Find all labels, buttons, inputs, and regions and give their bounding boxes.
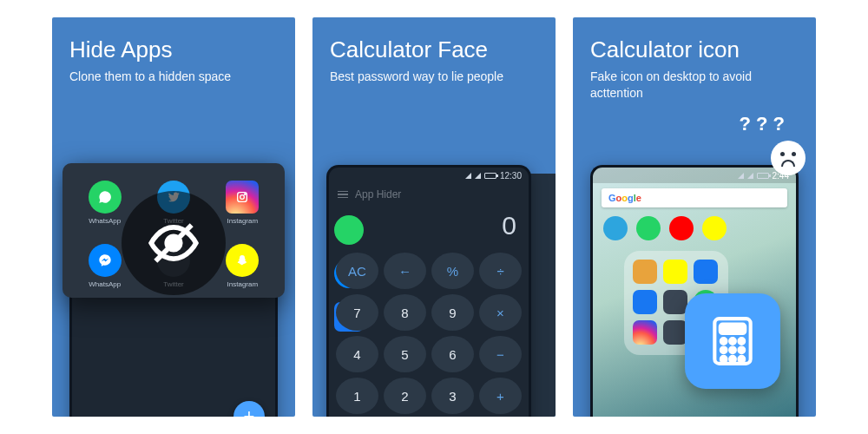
calc-keypad: AC ← % ÷ 7 8 9 × 4 5 6 − 1 2 3 + 0 . =: [329, 246, 529, 417]
phone-mock: 12:30 App Hider 0 AC ← % ÷ 7 8 9 × 4 5 6…: [326, 165, 531, 417]
telegram-icon[interactable]: [603, 216, 628, 240]
wifi-icon: [738, 173, 744, 179]
whatsapp-icon: [334, 215, 364, 245]
whatsapp-icon[interactable]: [636, 216, 661, 240]
svg-point-15: [739, 339, 744, 344]
sad-face-icon: [771, 141, 806, 175]
app-icon[interactable]: [663, 320, 687, 345]
google-logo-text: Google: [608, 193, 641, 203]
calc-key-3[interactable]: 3: [431, 378, 474, 414]
calc-key-back[interactable]: ←: [384, 253, 426, 289]
panel-subtitle: Fake icon on desktop to avoid acttention: [590, 69, 799, 102]
battery-icon: [484, 173, 496, 179]
instagram-icon[interactable]: [633, 320, 657, 345]
signal-icon: [747, 173, 753, 179]
youtube-icon[interactable]: [669, 216, 694, 240]
facebook-icon[interactable]: [633, 290, 657, 314]
calculator-icon: [706, 314, 760, 368]
status-bar: 2:44: [593, 168, 796, 183]
app-title: App Hider: [355, 188, 520, 201]
calc-key-minus[interactable]: −: [479, 336, 522, 372]
snapchat-icon: [226, 244, 259, 277]
google-search-bar[interactable]: Google: [602, 188, 787, 207]
fake-calculator-icon[interactable]: [685, 293, 780, 389]
instagram-icon: [226, 181, 259, 214]
svg-point-7: [240, 195, 245, 200]
calc-key-6[interactable]: 6: [431, 336, 474, 372]
eye-slash-icon: [147, 216, 201, 270]
calc-key-8[interactable]: 8: [384, 294, 426, 331]
calc-key-divide[interactable]: ÷: [479, 253, 522, 289]
svg-rect-12: [720, 325, 745, 333]
svg-point-8: [245, 194, 246, 194]
calc-key-5[interactable]: 5: [384, 336, 426, 372]
promo-panel-calculator-icon: Calculator icon Fake icon on desktop to …: [573, 17, 816, 417]
svg-point-17: [730, 347, 735, 352]
status-bar: 12:30: [329, 168, 529, 183]
calc-key-plus[interactable]: +: [479, 378, 522, 414]
calc-key-4[interactable]: 4: [336, 336, 378, 372]
home-row: [593, 213, 796, 244]
calc-key-2[interactable]: 2: [384, 378, 426, 414]
snapchat-icon[interactable]: [702, 216, 727, 240]
facebook-icon[interactable]: [694, 260, 718, 284]
whatsapp-icon: [89, 181, 122, 214]
phone-mock-home: 2:44 Google: [590, 165, 799, 417]
calc-key-1[interactable]: 1: [336, 378, 378, 414]
hide-overlay: [122, 191, 226, 295]
menu-icon[interactable]: [338, 191, 348, 199]
svg-point-18: [739, 347, 744, 352]
add-button[interactable]: +: [233, 401, 265, 417]
svg-point-16: [721, 347, 727, 352]
app-header: App Hider: [329, 183, 529, 206]
clash-icon[interactable]: [633, 260, 657, 284]
svg-point-20: [730, 357, 735, 362]
calc-key-multiply[interactable]: ×: [479, 294, 522, 331]
status-time: 12:30: [500, 171, 522, 181]
panel-title: Calculator Face: [330, 36, 538, 63]
calc-key-7[interactable]: 7: [336, 294, 378, 331]
promo-panel-hide-apps: Hide Apps Clone them to a hidden space 1…: [52, 17, 295, 417]
calc-key-percent[interactable]: %: [431, 253, 474, 289]
snapchat-icon[interactable]: [663, 260, 687, 284]
panel-subtitle: Clone them to a hidden space: [69, 69, 278, 85]
calc-key-9[interactable]: 9: [431, 294, 474, 331]
panel-subtitle: Best password way to lie people: [330, 69, 538, 85]
panel-title: Calculator icon: [590, 36, 799, 63]
calc-key-ac[interactable]: AC: [336, 253, 378, 289]
wifi-icon: [465, 173, 471, 179]
promo-panel-calculator-face: Calculator Face Best password way to lie…: [312, 17, 556, 417]
app-icon[interactable]: [663, 290, 687, 314]
question-marks: ? ? ?: [739, 113, 785, 135]
signal-icon: [475, 173, 481, 179]
svg-point-14: [730, 339, 735, 344]
battery-icon: [757, 173, 769, 179]
messenger-icon: [89, 244, 122, 277]
svg-point-19: [721, 357, 727, 362]
svg-point-13: [721, 339, 727, 344]
panel-title: Hide Apps: [69, 36, 278, 63]
svg-point-21: [739, 357, 744, 362]
